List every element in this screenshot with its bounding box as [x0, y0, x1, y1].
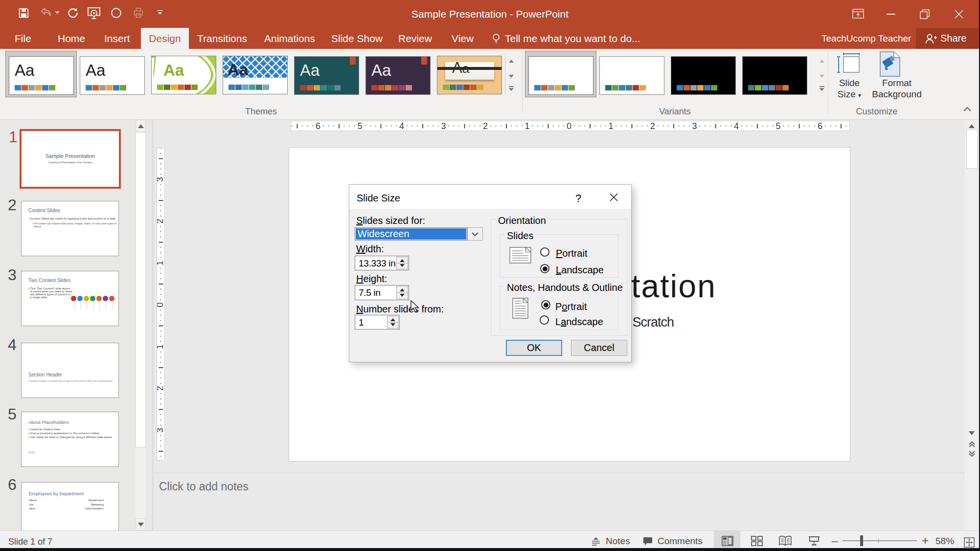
svg-text:3: 3 — [157, 428, 164, 433]
svg-text:6: 6 — [316, 121, 320, 131]
svg-text:5: 5 — [775, 121, 780, 131]
svg-text:5: 5 — [357, 121, 362, 131]
svg-text:1: 1 — [157, 261, 164, 265]
svg-text:1: 1 — [608, 121, 613, 131]
svg-text:2: 2 — [483, 121, 488, 131]
svg-text:3: 3 — [441, 121, 446, 131]
svg-text:6: 6 — [818, 121, 822, 131]
svg-text:1: 1 — [524, 121, 529, 131]
svg-text:0: 0 — [157, 302, 164, 307]
svg-text:3: 3 — [157, 177, 164, 182]
svg-text:2: 2 — [157, 386, 164, 391]
svg-text:3: 3 — [692, 121, 697, 131]
svg-text:1: 1 — [157, 344, 164, 349]
svg-text:2: 2 — [650, 121, 655, 131]
svg-text:4: 4 — [734, 121, 739, 131]
svg-text:4: 4 — [399, 121, 404, 131]
svg-text:2: 2 — [157, 219, 164, 223]
svg-text:0: 0 — [567, 121, 571, 131]
